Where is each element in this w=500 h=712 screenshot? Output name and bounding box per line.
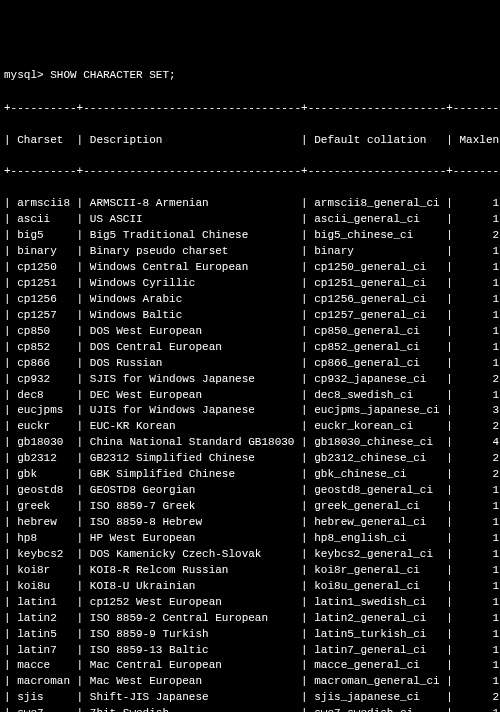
table-row: | cp932 | SJIS for Windows Japanese | cp… xyxy=(4,372,496,388)
table-row: | macroman | Mac West European | macroma… xyxy=(4,674,496,690)
table-row: | gb2312 | GB2312 Simplified Chinese | g… xyxy=(4,451,496,467)
table-row: | latin5 | ISO 8859-9 Turkish | latin5_t… xyxy=(4,627,496,643)
table-row: | keybcs2 | DOS Kamenicky Czech-Slovak |… xyxy=(4,547,496,563)
table-row: | sjis | Shift-JIS Japanese | sjis_japan… xyxy=(4,690,496,706)
table-row: | macce | Mac Central European | macce_g… xyxy=(4,658,496,674)
table-row: | dec8 | DEC West European | dec8_swedis… xyxy=(4,388,496,404)
table-row: | cp1251 | Windows Cyrillic | cp1251_gen… xyxy=(4,276,496,292)
table-row: | cp1256 | Windows Arabic | cp1256_gener… xyxy=(4,292,496,308)
table-row: | cp852 | DOS Central European | cp852_g… xyxy=(4,340,496,356)
table-row: | armscii8 | ARMSCII-8 Armenian | armsci… xyxy=(4,196,496,212)
table-row: | cp1257 | Windows Baltic | cp1257_gener… xyxy=(4,308,496,324)
table-row: | gbk | GBK Simplified Chinese | gbk_chi… xyxy=(4,467,496,483)
table-border-mid: +----------+----------------------------… xyxy=(4,164,496,180)
table-row: | koi8u | KOI8-U Ukrainian | koi8u_gener… xyxy=(4,579,496,595)
table-row: | euckr | EUC-KR Korean | euckr_korean_c… xyxy=(4,419,496,435)
table-row: | binary | Binary pseudo charset | binar… xyxy=(4,244,496,260)
table-row: | ascii | US ASCII | ascii_general_ci | … xyxy=(4,212,496,228)
mysql-prompt[interactable]: mysql> SHOW CHARACTER SET; xyxy=(4,68,496,84)
table-row: | greek | ISO 8859-7 Greek | greek_gener… xyxy=(4,499,496,515)
table-row: | swe7 | 7bit Swedish | swe7_swedish_ci … xyxy=(4,706,496,712)
table-row: | latin1 | cp1252 West European | latin1… xyxy=(4,595,496,611)
table-row: | latin2 | ISO 8859-2 Central European |… xyxy=(4,611,496,627)
table-body: | armscii8 | ARMSCII-8 Armenian | armsci… xyxy=(4,196,496,712)
table-row: | gb18030 | China National Standard GB18… xyxy=(4,435,496,451)
table-row: | koi8r | KOI8-R Relcom Russian | koi8r_… xyxy=(4,563,496,579)
table-row: | latin7 | ISO 8859-13 Baltic | latin7_g… xyxy=(4,643,496,659)
table-row: | big5 | Big5 Traditional Chinese | big5… xyxy=(4,228,496,244)
table-row: | geostd8 | GEOSTD8 Georgian | geostd8_g… xyxy=(4,483,496,499)
table-row: | cp1250 | Windows Central European | cp… xyxy=(4,260,496,276)
table-row: | cp866 | DOS Russian | cp866_general_ci… xyxy=(4,356,496,372)
table-row: | cp850 | DOS West European | cp850_gene… xyxy=(4,324,496,340)
table-row: | eucjpms | UJIS for Windows Japanese | … xyxy=(4,403,496,419)
table-header: | Charset | Description | Default collat… xyxy=(4,133,496,149)
table-row: | hp8 | HP West European | hp8_english_c… xyxy=(4,531,496,547)
table-border-top: +----------+----------------------------… xyxy=(4,101,496,117)
table-row: | hebrew | ISO 8859-8 Hebrew | hebrew_ge… xyxy=(4,515,496,531)
